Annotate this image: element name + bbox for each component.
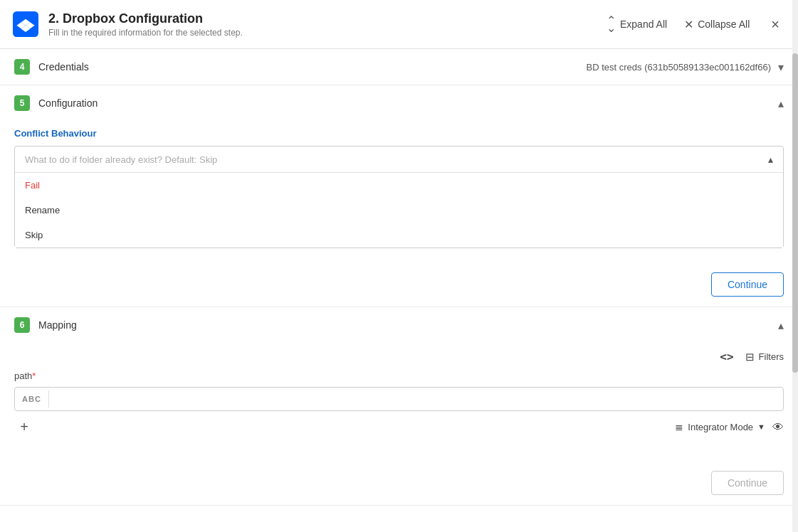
filters-button[interactable]: ⊟ Filters xyxy=(745,351,784,363)
step-4-number: 4 xyxy=(20,62,25,72)
mapping-chevron: ▴ xyxy=(778,319,784,332)
collapse-all-label: Collapse All xyxy=(698,18,750,30)
dropbox-logo xyxy=(11,10,40,38)
dropdown-header[interactable]: What to do if folder already exist? Defa… xyxy=(15,147,783,172)
configuration-header-left: 5 Configuration xyxy=(14,95,98,111)
header-title-block: 2. Dropbox Configuration Fill in the req… xyxy=(48,11,243,38)
scrollbar-thumb[interactable] xyxy=(792,53,798,373)
expand-all-icon: ⌃⌄ xyxy=(607,16,616,32)
path-field-label: path* xyxy=(14,371,784,381)
page-subtitle: Fill in the required information for the… xyxy=(48,28,243,38)
integrator-mode-chevron-icon: ▼ xyxy=(757,422,765,431)
mapping-header-right: ▴ xyxy=(778,319,784,332)
expand-all-label: Expand All xyxy=(620,18,667,30)
mapping-continue-button[interactable]: Continue xyxy=(711,471,784,495)
credentials-title: Credentials xyxy=(38,61,89,73)
configuration-section: 5 Configuration ▴ Conflict Behaviour Wha… xyxy=(0,85,798,307)
configuration-title: Configuration xyxy=(38,97,98,109)
dropdown-chevron-up-icon: ▴ xyxy=(768,154,773,165)
configuration-section-header[interactable]: 5 Configuration ▴ xyxy=(0,85,798,121)
path-label-text: path xyxy=(14,371,32,381)
mapping-title: Mapping xyxy=(38,319,77,331)
integrator-mode-row: ≣ Integrator Mode ▼ 👁 xyxy=(675,420,784,435)
conflict-dropdown[interactable]: What to do if folder already exist? Defa… xyxy=(14,146,784,248)
add-item-button[interactable]: + xyxy=(14,417,34,437)
credentials-chevron: ▾ xyxy=(778,60,784,74)
step-6-badge: 6 xyxy=(14,317,30,333)
eye-icon: 👁 xyxy=(772,421,784,433)
mapping-section-header[interactable]: 6 Mapping ▴ xyxy=(0,307,798,343)
configuration-header-right: ▴ xyxy=(778,97,784,110)
plus-icon: + xyxy=(20,419,28,435)
credentials-section: 4 Credentials BD test creds (631b5058913… xyxy=(0,49,798,85)
eye-button[interactable]: 👁 xyxy=(772,420,784,435)
filter-icon: ⊟ xyxy=(745,351,755,363)
scrollbar-track xyxy=(792,0,798,532)
integrator-mode-label: Integrator Mode xyxy=(688,422,753,432)
credentials-header-left: 4 Credentials xyxy=(14,59,89,75)
conflict-behaviour-label: Conflict Behaviour xyxy=(14,128,784,139)
dropbox-icon xyxy=(13,11,38,37)
mapping-toolbar: <> ⊟ Filters xyxy=(0,343,798,371)
dropdown-item-fail[interactable]: Fail xyxy=(15,173,783,198)
credentials-section-header[interactable]: 4 Credentials BD test creds (631b5058913… xyxy=(0,49,798,85)
configuration-chevron: ▴ xyxy=(778,97,784,110)
path-input-box[interactable]: ABC xyxy=(14,387,784,411)
mapping-field-area: path* ABC + ≣ Integrator Mode ▼ 👁 xyxy=(0,371,798,447)
required-marker: * xyxy=(32,371,36,381)
close-button[interactable]: × xyxy=(767,16,784,33)
integrator-mode-button[interactable]: ≣ Integrator Mode ▼ xyxy=(675,421,765,432)
credentials-header-right: BD test creds (631b50589133ec001162df66)… xyxy=(587,60,784,74)
mapping-section: 6 Mapping ▴ <> ⊟ Filters path* ABC xyxy=(0,307,798,506)
code-view-button[interactable]: <> xyxy=(720,350,733,363)
dropdown-rename-label: Rename xyxy=(25,205,60,216)
step-5-number: 5 xyxy=(20,98,25,108)
integrator-mode-grid-icon: ≣ xyxy=(675,421,683,432)
dropdown-item-rename[interactable]: Rename xyxy=(15,198,783,223)
close-icon: × xyxy=(771,16,779,32)
page-wrapper: 2. Dropbox Configuration Fill in the req… xyxy=(0,0,798,532)
dropdown-list: Fail Rename Skip xyxy=(15,172,783,248)
abc-badge: ABC xyxy=(15,390,49,408)
collapse-all-icon: ✕ xyxy=(684,18,693,31)
collapse-all-button[interactable]: ✕ Collapse All xyxy=(684,18,750,31)
page-header: 2. Dropbox Configuration Fill in the req… xyxy=(0,0,798,49)
mapping-header-left: 6 Mapping xyxy=(14,317,77,333)
configuration-continue-button[interactable]: Continue xyxy=(711,272,784,297)
dropdown-item-skip[interactable]: Skip xyxy=(15,223,783,248)
configuration-body: Conflict Behaviour What to do if folder … xyxy=(0,121,798,262)
step-6-number: 6 xyxy=(20,320,25,330)
credentials-value: BD test creds (631b50589133ec001162df66) xyxy=(587,62,771,73)
step-4-badge: 4 xyxy=(14,59,30,75)
expand-all-button[interactable]: ⌃⌄ Expand All xyxy=(607,16,667,32)
page-title: 2. Dropbox Configuration xyxy=(48,11,243,26)
filters-label: Filters xyxy=(759,351,784,362)
configuration-continue-row: Continue xyxy=(0,262,798,307)
code-icon: <> xyxy=(720,350,733,363)
mapping-continue-row: Continue xyxy=(0,461,798,505)
dropdown-skip-label: Skip xyxy=(25,230,43,240)
mapping-actions-row: + ≣ Integrator Mode ▼ 👁 xyxy=(14,411,784,440)
dropdown-placeholder: What to do if folder already exist? Defa… xyxy=(25,154,217,165)
header-left: 2. Dropbox Configuration Fill in the req… xyxy=(11,10,243,38)
step-5-badge: 5 xyxy=(14,95,30,111)
dropdown-fail-label: Fail xyxy=(25,180,40,191)
header-actions: ⌃⌄ Expand All ✕ Collapse All × xyxy=(607,16,784,33)
